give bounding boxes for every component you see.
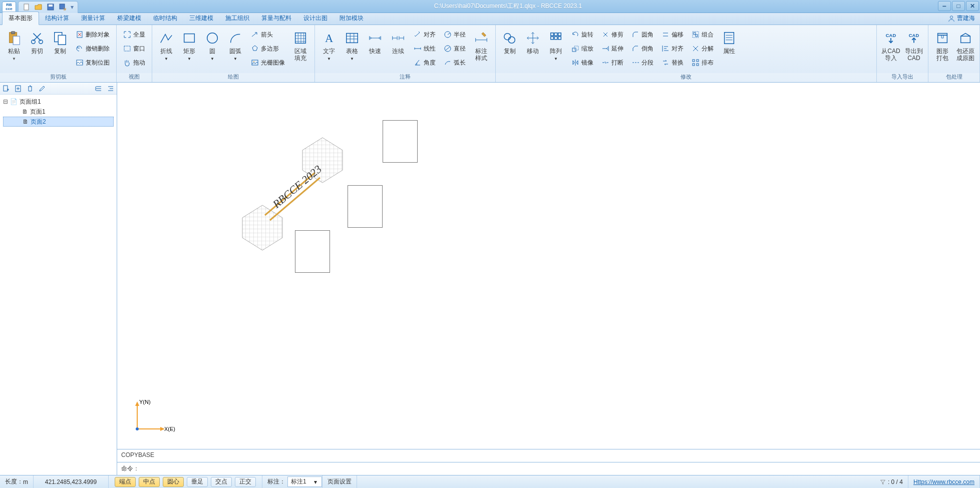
tab-3d-model[interactable]: 三维建模 <box>183 12 219 25</box>
scale-button[interactable]: 缩放 <box>568 42 597 55</box>
offset-button[interactable]: 偏移 <box>658 28 687 41</box>
tab-temp-struct[interactable]: 临时结构 <box>147 12 183 25</box>
delete-obj-button[interactable]: 删除对象 <box>72 28 113 41</box>
align-button[interactable]: 对齐 <box>658 42 687 55</box>
fullview-button[interactable]: 全显 <box>120 28 149 41</box>
polyline-button[interactable]: 折线▼ <box>155 27 177 71</box>
cut-button[interactable]: 剪切 <box>26 27 48 71</box>
svg-rect-28 <box>558 33 561 36</box>
sort-button[interactable]: 排布 <box>688 56 717 69</box>
new-icon[interactable] <box>23 3 31 11</box>
dimstyle-selector[interactable]: 标注： 标注1▾ <box>262 475 322 488</box>
arrow-button[interactable]: 箭头 <box>247 28 288 41</box>
import-cad-button[interactable]: CAD从CAD 导入 <box>880 27 902 71</box>
angle-dim-button[interactable]: 角度 <box>410 56 439 69</box>
copy-button[interactable]: 复制 <box>49 27 71 71</box>
tab-construction[interactable]: 施工组织 <box>219 12 255 25</box>
website-link[interactable]: Https://www.rbcce.com <box>913 478 974 485</box>
tab-structure-calc[interactable]: 结构计算 <box>39 12 75 25</box>
radius-dim-button[interactable]: 半径 <box>440 28 469 41</box>
minimize-button[interactable]: ‒ <box>938 1 951 11</box>
add-page-icon[interactable] <box>2 85 10 93</box>
dimstyle-button[interactable]: 标注 样式 <box>470 27 492 71</box>
app-logo[interactable]: RBcce <box>2 2 16 13</box>
snap-ortho[interactable]: 正交 <box>235 477 256 487</box>
rect-button[interactable]: 矩形▼ <box>178 27 200 71</box>
table-button[interactable]: 表格▼ <box>341 27 363 71</box>
align-dim-button[interactable]: 对齐 <box>410 28 439 41</box>
maximize-button[interactable]: □ <box>952 1 965 11</box>
windowview-button[interactable]: 窗口 <box>120 42 149 55</box>
close-button[interactable]: ✕ <box>966 1 979 11</box>
snap-endpoint[interactable]: 端点 <box>115 477 136 487</box>
edit-icon[interactable] <box>38 85 46 93</box>
linear-dim-button[interactable]: 线性 <box>410 42 439 55</box>
copy2-button[interactable]: 复制 <box>499 27 521 71</box>
copy-bitmap-button[interactable]: 复制位图 <box>72 56 113 69</box>
fill-button[interactable]: 区域 填充 <box>289 27 311 71</box>
break-button[interactable]: 打断 <box>598 56 627 69</box>
fillet-button[interactable]: 圆角 <box>628 28 657 41</box>
trim-button[interactable]: 修剪 <box>598 28 627 41</box>
cont-dim-button[interactable]: 连续 <box>387 27 409 71</box>
page-icon: 🗎 <box>23 118 29 125</box>
segment-button[interactable]: 分段 <box>628 56 657 69</box>
indent-right-icon[interactable] <box>107 85 115 93</box>
svg-rect-47 <box>4 86 8 91</box>
user-menu[interactable]: 曹建海 <box>943 12 980 25</box>
pack-button[interactable]: 图形 打包 <box>931 27 953 71</box>
extend-button[interactable]: 延伸 <box>598 42 627 55</box>
arc-button[interactable]: 圆弧▼ <box>224 27 246 71</box>
raster-button[interactable]: 光栅图像 <box>247 56 288 69</box>
chamfer-button[interactable]: 倒角 <box>628 42 657 55</box>
drawing-canvas[interactable]: RBCCE 2023 Y(N) X(E) <box>117 83 980 449</box>
restore-button[interactable]: 包还原 成原图 <box>954 27 976 71</box>
polygon-button[interactable]: 多边形 <box>247 42 288 55</box>
saveas-icon[interactable] <box>59 3 67 11</box>
arclen-dim-button[interactable]: 弧长 <box>440 56 469 69</box>
tab-addons[interactable]: 附加模块 <box>334 12 370 25</box>
tab-basic-shapes[interactable]: 基本图形 <box>2 12 39 25</box>
tab-bridge-model[interactable]: 桥梁建模 <box>111 12 147 25</box>
props-button[interactable]: 属性 <box>718 27 740 71</box>
snap-intersect[interactable]: 交点 <box>211 477 232 487</box>
tab-quantity[interactable]: 算量与配料 <box>255 12 297 25</box>
open-icon[interactable] <box>35 3 43 11</box>
qat-dropdown-icon[interactable]: ▾ <box>71 4 74 11</box>
page-settings-button[interactable]: 页面设置 <box>322 475 357 488</box>
svg-marker-54 <box>135 401 139 406</box>
undo-delete-button[interactable]: 撤销删除 <box>72 42 113 55</box>
rotate-button[interactable]: 旋转 <box>568 28 597 41</box>
add-icon[interactable] <box>14 85 22 93</box>
tree-root[interactable]: ⊟📄页面组1 <box>3 97 114 107</box>
rotate-icon <box>571 31 579 39</box>
paste-button[interactable]: 粘贴▼ <box>3 27 25 71</box>
tab-design-draw[interactable]: 设计出图 <box>297 12 334 25</box>
move-button[interactable]: 移动 <box>522 27 544 71</box>
quick-dim-button[interactable]: 快速 <box>364 27 386 71</box>
svg-rect-2 <box>49 5 53 7</box>
save-icon[interactable] <box>47 3 55 11</box>
tree-page1[interactable]: 🗎页面1 <box>3 107 114 117</box>
command-line[interactable]: 命令： <box>117 462 980 475</box>
page-tree[interactable]: ⊟📄页面组1 🗎页面1 🗎页面2 <box>0 95 117 475</box>
circle-button[interactable]: 圆▼ <box>201 27 223 71</box>
dia-dim-button[interactable]: 直径 <box>440 42 469 55</box>
mirror-button[interactable]: 镜像 <box>568 56 597 69</box>
svg-rect-39 <box>693 64 695 66</box>
text-button[interactable]: A文字▼ <box>318 27 340 71</box>
indent-left-icon[interactable] <box>95 85 103 93</box>
pan-button[interactable]: 拖动 <box>120 56 149 69</box>
snap-center[interactable]: 圆心 <box>163 477 184 487</box>
array-button[interactable]: 阵列▼ <box>545 27 567 71</box>
snap-perp[interactable]: 垂足 <box>187 477 208 487</box>
replace-button[interactable]: 替换 <box>658 56 687 69</box>
export-cad-button[interactable]: CAD导出到 CAD <box>903 27 925 71</box>
explode-button[interactable]: 分解 <box>688 42 717 55</box>
snap-midpoint[interactable]: 中点 <box>139 477 160 487</box>
status-bar: 长度：m 421.2485,423.4999 端点 中点 圆心 垂足 交点 正交… <box>0 475 980 488</box>
group-button[interactable]: 组合 <box>688 28 717 41</box>
trash-icon[interactable] <box>26 85 34 93</box>
tab-survey-calc[interactable]: 测量计算 <box>75 12 111 25</box>
tree-page2[interactable]: 🗎页面2 <box>3 117 114 127</box>
